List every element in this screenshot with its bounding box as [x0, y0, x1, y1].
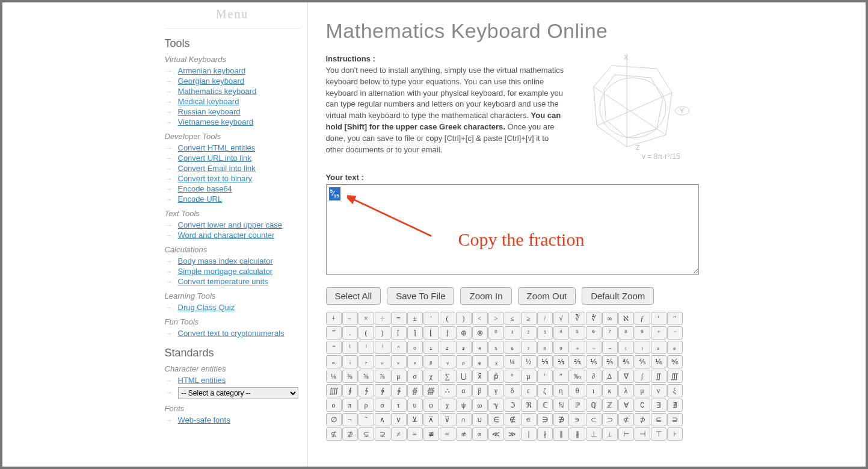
- keyboard-key[interactable]: ): [456, 312, 472, 325]
- keyboard-key[interactable]: ⊅: [635, 413, 650, 426]
- keyboard-key[interactable]: ο: [326, 399, 342, 412]
- keyboard-key[interactable]: ∑: [440, 370, 455, 383]
- keyboard-key[interactable]: ᵦ: [423, 355, 439, 368]
- sidebar-link[interactable]: Word and character counter: [178, 231, 275, 240]
- keyboard-key[interactable]: ∜: [586, 312, 602, 325]
- sidebar-link[interactable]: Body mass index calculator: [178, 256, 273, 266]
- keyboard-key[interactable]: ᵤ: [375, 355, 390, 368]
- keyboard-key[interactable]: ∂: [586, 370, 602, 383]
- select-all-button[interactable]: Select All: [326, 287, 381, 305]
- keyboard-key[interactable]: ∇: [618, 370, 634, 383]
- keyboard-key[interactable]: ψ: [456, 399, 472, 412]
- keyboard-key[interactable]: ₎: [635, 341, 650, 354]
- sidebar-link[interactable]: Armenian keyboard: [178, 66, 246, 75]
- keyboard-key[interactable]: ×: [359, 312, 374, 325]
- keyboard-key[interactable]: ¼: [505, 355, 520, 368]
- keyboard-key[interactable]: ⁽: [342, 341, 358, 354]
- keyboard-key[interactable]: ℑ: [505, 399, 520, 412]
- keyboard-key[interactable]: ⨌: [326, 384, 342, 397]
- keyboard-key[interactable]: /: [537, 312, 553, 325]
- keyboard-key[interactable]: ᵣ: [359, 355, 374, 368]
- keyboard-key[interactable]: ⊄: [618, 413, 634, 426]
- keyboard-key[interactable]: ∍: [570, 413, 585, 426]
- keyboard-key[interactable]: ₅: [488, 341, 504, 354]
- keyboard-key[interactable]: ⅚: [667, 355, 683, 368]
- sidebar-link[interactable]: Convert URL into link: [178, 154, 251, 163]
- keyboard-key[interactable]: δ: [505, 384, 520, 397]
- keyboard-key[interactable]: (: [440, 312, 455, 325]
- keyboard-key[interactable]: ⊆: [651, 413, 666, 426]
- keyboard-key[interactable]: ⊼: [423, 413, 439, 426]
- keyboard-key[interactable]: ⁻: [667, 326, 683, 340]
- keyboard-key[interactable]: ₁: [423, 341, 439, 354]
- keyboard-key[interactable]: ∦: [570, 427, 585, 441]
- keyboard-key[interactable]: ≡: [407, 427, 423, 441]
- keyboard-key[interactable]: (: [359, 326, 374, 340]
- keyboard-key[interactable]: −: [342, 312, 358, 325]
- sidebar-link[interactable]: Russian keyboard: [178, 107, 241, 116]
- keyboard-key[interactable]: φ: [423, 399, 439, 412]
- keyboard-key[interactable]: <: [472, 312, 488, 325]
- keyboard-key[interactable]: ′: [537, 370, 553, 383]
- keyboard-key[interactable]: ⅛: [326, 370, 342, 383]
- keyboard-key[interactable]: ν: [651, 384, 666, 397]
- keyboard-key[interactable]: χ: [440, 399, 455, 412]
- keyboard-key[interactable]: ℤ: [602, 399, 618, 412]
- keyboard-key[interactable]: ⁷: [602, 326, 618, 340]
- keyboard-key[interactable]: ⁴: [553, 326, 569, 340]
- keyboard-key[interactable]: ⊻: [407, 413, 423, 426]
- keyboard-key[interactable]: ″: [553, 370, 569, 383]
- keyboard-key[interactable]: =: [391, 312, 407, 325]
- keyboard-key[interactable]: ⊊: [359, 427, 374, 441]
- keyboard-key[interactable]: ≉: [456, 427, 472, 441]
- keyboard-key[interactable]: ₇: [521, 341, 537, 354]
- keyboard-key[interactable]: ∱: [359, 384, 374, 397]
- keyboard-key[interactable]: ℙ: [570, 399, 585, 412]
- sidebar-link[interactable]: Convert Email into link: [178, 164, 256, 173]
- keyboard-key[interactable]: ≢: [423, 427, 439, 441]
- keyboard-key[interactable]: ⊣: [635, 427, 650, 441]
- keyboard-key[interactable]: ξ: [667, 384, 683, 397]
- keyboard-key[interactable]: σ: [375, 399, 390, 412]
- keyboard-key[interactable]: ₑ: [667, 341, 683, 354]
- keyboard-key[interactable]: ∳: [391, 384, 407, 397]
- keyboard-key[interactable]: ∀: [618, 399, 634, 412]
- default-zoom-button[interactable]: Default Zoom: [582, 287, 654, 305]
- keyboard-key[interactable]: ℕ: [553, 399, 569, 412]
- keyboard-key[interactable]: ⊃: [602, 413, 618, 426]
- sidebar-link[interactable]: Convert temperature units: [178, 277, 268, 286]
- keyboard-key[interactable]: ¬: [342, 413, 358, 426]
- keyboard-key[interactable]: ₂: [440, 341, 455, 354]
- keyboard-key[interactable]: χ: [423, 370, 439, 383]
- keyboard-key[interactable]: ⅝: [359, 370, 374, 383]
- keyboard-key[interactable]: ∆: [602, 370, 618, 383]
- keyboard-key[interactable]: ⌉: [407, 326, 423, 340]
- category-select[interactable]: -- Select a category --: [178, 387, 298, 399]
- keyboard-key[interactable]: ⊥: [586, 427, 602, 441]
- keyboard-key[interactable]: ≪: [488, 427, 504, 441]
- keyboard-key[interactable]: ε: [521, 384, 537, 397]
- sidebar-link[interactable]: Convert lower and upper case: [178, 220, 282, 229]
- keyboard-key[interactable]: ℂ: [537, 399, 553, 412]
- keyboard-key[interactable]: ∴: [440, 384, 455, 397]
- keyboard-key[interactable]: ₊: [570, 341, 585, 354]
- keyboard-key[interactable]: ⋃: [456, 370, 472, 383]
- keyboard-key[interactable]: ∉: [505, 413, 520, 426]
- keyboard-key[interactable]: ∈: [488, 413, 504, 426]
- keyboard-key[interactable]: ″: [667, 312, 683, 325]
- keyboard-key[interactable]: ⊽: [440, 413, 455, 426]
- keyboard-key[interactable]: ₒ: [326, 355, 342, 368]
- keyboard-key[interactable]: ∋: [537, 413, 553, 426]
- keyboard-key[interactable]: ⅗: [618, 355, 634, 368]
- keyboard-key[interactable]: ≈: [440, 427, 455, 441]
- keyboard-key[interactable]: ÷: [375, 312, 390, 325]
- keyboard-key[interactable]: ²: [521, 326, 537, 340]
- keyboard-key[interactable]: ⊗: [472, 326, 488, 340]
- keyboard-key[interactable]: ∤: [537, 427, 553, 441]
- keyboard-key[interactable]: ᵨ: [456, 355, 472, 368]
- keyboard-key[interactable]: ⊢: [618, 427, 634, 441]
- keyboard-key[interactable]: ⅕: [586, 355, 602, 368]
- keyboard-key[interactable]: τ: [391, 399, 407, 412]
- sidebar-link[interactable]: Drug Class Quiz: [178, 303, 235, 312]
- keyboard-key[interactable]: ₍: [618, 341, 634, 354]
